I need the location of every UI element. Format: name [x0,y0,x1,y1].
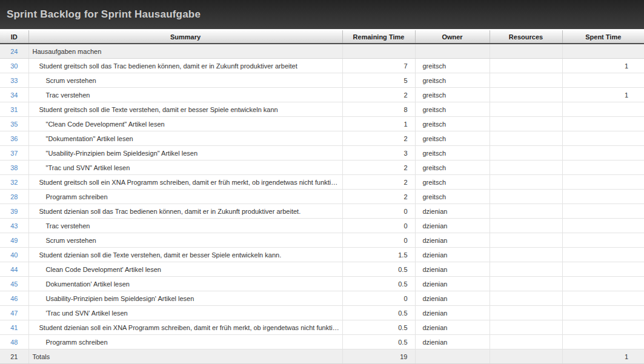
cell-resources [490,117,562,131]
cell-spent-time [562,117,644,131]
cell-owner: dzienian [415,262,490,277]
cell-remaining-time: 7 [342,59,415,73]
cell-summary: Totals [28,349,342,364]
cell-remaining-time: 0 [342,219,415,233]
table-row: 30 Student greitsch soll das Trac bedien… [0,59,644,73]
cell-id: 24 [0,44,28,59]
cell-remaining-time: 0 [342,233,415,248]
cell-owner: dzienian [415,306,490,320]
cell-id: 46 [0,291,28,306]
ticket-id-link[interactable]: 36 [10,135,18,142]
cell-owner: dzienian [415,277,490,291]
table-row: 47 'Trac und SVN' Artikel lesen 0.5 dzie… [0,306,644,320]
cell-resources [490,131,562,146]
ticket-id-link[interactable]: 31 [10,106,18,113]
ticket-id-link[interactable]: 37 [10,150,18,157]
cell-owner: greitsch [415,146,490,160]
cell-id: 21 [0,349,28,364]
cell-id: 33 [0,73,28,88]
cell-summary: Student greitsch soll ein XNA Programm s… [28,175,342,190]
cell-resources [490,73,562,88]
table-row: 24 Hausaufgaben machen [0,44,644,59]
cell-resources [490,233,562,248]
cell-remaining-time: 8 [342,102,415,117]
cell-remaining-time: 0 [342,291,415,306]
column-header-spent-time: Spent Time [562,30,644,44]
cell-id: 40 [0,248,28,262]
cell-remaining-time: 2 [342,160,415,175]
cell-owner [415,44,490,59]
cell-summary: Scrum verstehen [28,73,342,88]
cell-spent-time [562,291,644,306]
column-header-remaining-time: Remaining Time [342,30,415,44]
table-row: 35 "Clean Code Development" Artikel lese… [0,117,644,131]
ticket-id-link[interactable]: 47 [10,309,18,317]
ticket-id-link[interactable]: 46 [10,295,18,302]
ticket-id-link[interactable]: 39 [10,208,18,215]
column-header-owner: Owner [415,30,490,44]
cell-summary: Trac verstehen [28,219,342,233]
table-row: 43 Trac verstehen 0 dzienian [0,219,644,233]
cell-owner: greitsch [415,73,490,88]
table-row: 49 Scrum verstehen 0 dzienian [0,233,644,248]
table-row: 44 Clean Code Development' Artikel lesen… [0,262,644,277]
cell-remaining-time: 5 [342,73,415,88]
cell-resources [490,175,562,190]
table-row: 34 Trac verstehen 2 greitsch 1 [0,88,644,102]
cell-spent-time [562,248,644,262]
cell-spent-time [562,73,644,88]
cell-spent-time [562,131,644,146]
cell-spent-time [562,219,644,233]
cell-owner: greitsch [415,131,490,146]
cell-remaining-time: 0 [342,204,415,219]
ticket-id-link[interactable]: 40 [10,251,18,259]
ticket-id-link[interactable]: 45 [10,280,18,288]
cell-id: 39 [0,204,28,219]
cell-spent-time: 1 [562,59,644,73]
cell-remaining-time: 1.5 [342,248,415,262]
cell-owner: greitsch [415,88,490,102]
cell-summary: Dokumentation' Artikel lesen [28,277,342,291]
table-row: 48 Programm schreiben 0.5 dzienian [0,335,644,349]
cell-resources [490,160,562,175]
cell-resources [490,349,562,364]
cell-id: 35 [0,117,28,131]
cell-remaining-time: 0.5 [342,306,415,320]
cell-spent-time [562,262,644,277]
cell-resources [490,277,562,291]
ticket-id-link[interactable]: 48 [10,339,18,346]
cell-owner: dzienian [415,291,490,306]
cell-resources [490,44,562,59]
cell-spent-time [562,102,644,117]
cell-resources [490,306,562,320]
cell-summary: Student dzienian soll das Trac bedienen … [28,204,342,219]
ticket-id-link[interactable]: 43 [10,222,18,230]
cell-spent-time [562,204,644,219]
cell-owner: greitsch [415,59,490,73]
ticket-id-link[interactable]: 24 [10,48,18,55]
ticket-id-link[interactable]: 49 [10,237,18,244]
ticket-id-link[interactable]: 33 [10,77,18,84]
table-row: 32 Student greitsch soll ein XNA Program… [0,175,644,190]
table-row: 39 Student dzienian soll das Trac bedien… [0,204,644,219]
cell-id: 47 [0,306,28,320]
cell-summary: Student dzienian soll die Texte verstehe… [28,248,342,262]
cell-owner: dzienian [415,248,490,262]
ticket-id-link[interactable]: 38 [10,164,18,171]
ticket-id-link[interactable]: 32 [10,179,18,186]
ticket-id-link[interactable]: 35 [10,121,18,128]
ticket-id-link[interactable]: 41 [10,324,18,331]
cell-spent-time: 1 [562,349,644,364]
backlog-table-header: ID Summary Remaining Time Owner Resource… [0,30,644,44]
ticket-id-link[interactable]: 28 [10,193,18,200]
cell-spent-time [562,175,644,190]
table-row: 45 Dokumentation' Artikel lesen 0.5 dzie… [0,277,644,291]
column-header-id: ID [0,30,28,44]
ticket-id-link[interactable]: 30 [10,62,18,70]
cell-summary: 'Trac und SVN' Artikel lesen [28,306,342,320]
cell-owner [415,349,490,364]
cell-resources [490,262,562,277]
ticket-id-link[interactable]: 34 [10,91,18,99]
cell-spent-time [562,306,644,320]
ticket-id-link[interactable]: 44 [10,266,18,273]
